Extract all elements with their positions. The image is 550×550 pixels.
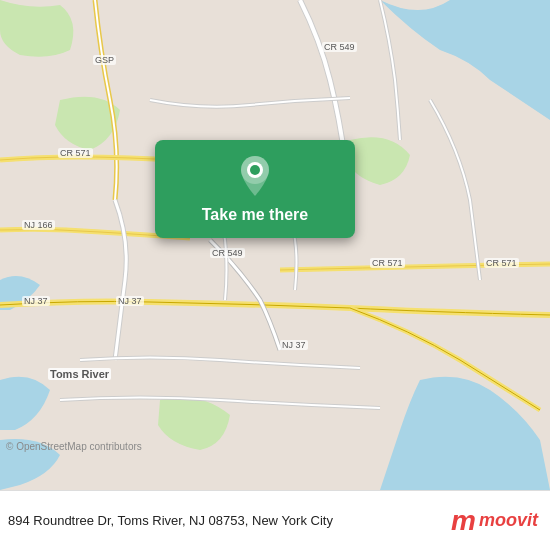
map-svg [0,0,550,490]
take-me-there-label: Take me there [202,206,308,224]
address-block: 894 Roundtree Dr, Toms River, NJ 08753, … [8,513,333,528]
moovit-brand-text: moovit [479,510,538,531]
moovit-m-icon: m [451,505,475,537]
osm-credit: © OpenStreetMap contributors [6,441,142,452]
location-pin-icon [237,154,273,198]
info-bar: 894 Roundtree Dr, Toms River, NJ 08753, … [0,490,550,550]
address-line: 894 Roundtree Dr, Toms River, NJ 08753, … [8,513,333,528]
map-container: CR 549 CR 571 CR 571 CR 571 NJ 166 NJ 37… [0,0,550,490]
svg-point-3 [250,165,260,175]
moovit-logo: m moovit [451,505,538,537]
take-me-there-button[interactable]: Take me there [155,140,355,238]
